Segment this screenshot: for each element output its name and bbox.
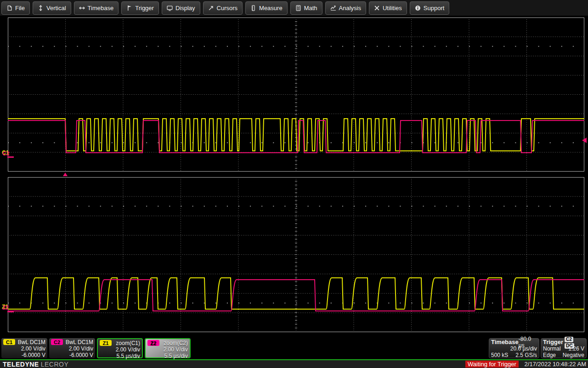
timebase-title: Timebase <box>491 339 519 345</box>
c1-trace[interactable] <box>8 119 584 151</box>
z2-timebase-value: 5.5 µs/div <box>164 353 188 359</box>
menu-support-label: Support <box>424 5 445 12</box>
brand-lecroy: LECROY <box>41 361 69 368</box>
menu-cursors-button[interactable]: Cursors <box>203 1 243 15</box>
menu-utilities-label: Utilities <box>383 5 402 12</box>
channel-descriptor-c2[interactable]: C2 BwL DC1M 2.00 V/div -6.0000 V <box>49 338 95 358</box>
timebase-memory-value: 500 kS <box>491 352 508 358</box>
timebase-samplerate-value: 2.5 GS/s <box>515 352 537 358</box>
menu-display-button[interactable]: Display <box>162 1 200 15</box>
timebase-descriptor[interactable]: Timebase -80.0 µs 20.0 µs/div 500 kS 2.5… <box>489 338 539 358</box>
support-info-icon <box>415 5 421 11</box>
z1-timebase-value: 5.5 µs/div <box>116 353 140 359</box>
trigger-level-value: 1.26 V <box>568 345 584 352</box>
trigger-slope-value: Negative <box>563 352 584 358</box>
menu-math-label: Math <box>304 5 317 12</box>
z2-channel-tab: Z2 <box>147 340 159 346</box>
menu-trigger-label: Trigger <box>135 5 154 12</box>
menu-bar: File Vertical Timebase Trigger Display C… <box>0 0 588 16</box>
vertical-arrows-icon <box>38 5 44 11</box>
menu-utilities-button[interactable]: Utilities <box>369 1 407 15</box>
menu-vertical-button[interactable]: Vertical <box>33 1 71 15</box>
horizontal-arrows-icon <box>79 5 85 11</box>
c2-scale-value: 2.00 V/div <box>69 345 93 352</box>
brand-teledyne: TELEDYNE <box>3 361 39 368</box>
c2-channel-tab: C2 <box>51 339 63 345</box>
file-icon <box>6 5 12 11</box>
analysis-chart-icon <box>330 5 336 11</box>
trigger-descriptor[interactable]: Trigger C2 DC Normal 1.26 V Edge Negativ… <box>541 338 587 358</box>
trigger-type-value: Edge <box>543 352 556 358</box>
menu-measure-button[interactable]: Measure <box>245 1 288 15</box>
zoom-descriptor-z1[interactable]: Z1 zoom(C1) 2.00 V/div 5.5 µs/div <box>97 338 143 358</box>
z2-scale-value: 2.00 V/div <box>164 346 188 353</box>
trigger-mode-value: Normal <box>543 345 561 352</box>
calculator-icon <box>295 5 301 11</box>
menu-timebase-label: Timebase <box>88 5 114 12</box>
menu-analysis-label: Analysis <box>339 5 361 12</box>
menu-trigger-button[interactable]: Trigger <box>121 1 159 15</box>
c1-scale-value: 2.00 V/div <box>21 345 45 352</box>
trigger-source-badge: C2 <box>565 337 573 342</box>
menu-timebase-button[interactable]: Timebase <box>74 1 119 15</box>
timebase-scale-value: 20.0 µs/div <box>510 345 537 352</box>
z1-scale-value: 2.00 V/div <box>116 346 140 353</box>
menu-support-button[interactable]: Support <box>410 1 450 15</box>
trigger-level-marker[interactable] <box>582 138 587 143</box>
zoom-waveform-grid[interactable] <box>8 177 584 332</box>
status-bar: TELEDYNELECROY Waiting for Trigger 2/17/… <box>0 360 588 368</box>
brand-logo: TELEDYNELECROY <box>3 361 68 368</box>
c2-zero-level-bar <box>7 156 14 158</box>
c1-offset-value: -6.0000 V <box>22 352 45 358</box>
menu-measure-label: Measure <box>259 5 283 12</box>
main-waveform-grid[interactable] <box>8 17 584 172</box>
z1-channel-tab: Z1 <box>100 340 112 346</box>
c1-channel-tab: C1 <box>3 339 15 345</box>
menu-display-label: Display <box>175 5 195 12</box>
datetime-display: 2/17/2022 10:48:22 AM <box>525 361 586 368</box>
c2-zero-marker[interactable]: C2 <box>2 151 9 156</box>
menu-file-label: File <box>15 5 25 12</box>
trigger-flag-icon <box>126 5 132 11</box>
channel-descriptor-c1[interactable]: C1 BwL DC1M 2.00 V/div -6.0000 V <box>1 338 47 358</box>
trigger-title: Trigger <box>543 339 563 345</box>
utilities-tools-icon <box>374 5 380 11</box>
trigger-time-marker[interactable] <box>63 172 68 176</box>
menu-file-button[interactable]: File <box>1 1 30 15</box>
menu-vertical-label: Vertical <box>46 5 66 12</box>
menu-cursors-label: Cursors <box>217 5 238 12</box>
z2-zero-marker[interactable]: Z2 <box>2 305 9 310</box>
z2-zero-level-bar <box>7 311 14 312</box>
cursor-arrow-icon <box>208 5 214 11</box>
ruler-icon <box>250 5 256 11</box>
c1-coupling-label: BwL DC1M <box>15 339 45 345</box>
c2-coupling-label: BwL DC1M <box>63 339 93 345</box>
oscilloscope-screen: File Vertical Timebase Trigger Display C… <box>0 0 588 368</box>
menu-analysis-button[interactable]: Analysis <box>325 1 366 15</box>
c2-offset-value: -6.0000 V <box>69 352 93 358</box>
display-monitor-icon <box>167 5 173 11</box>
zoom-descriptor-z2[interactable]: Z2 zoom(C2) 2.00 V/div 5.5 µs/div <box>145 338 191 358</box>
menu-math-button[interactable]: Math <box>290 1 322 15</box>
z2-source-label: zoom(C2) <box>159 340 188 346</box>
z1-source-label: zoom(C1) <box>112 340 140 346</box>
trigger-status-indicator: Waiting for Trigger <box>465 361 519 368</box>
